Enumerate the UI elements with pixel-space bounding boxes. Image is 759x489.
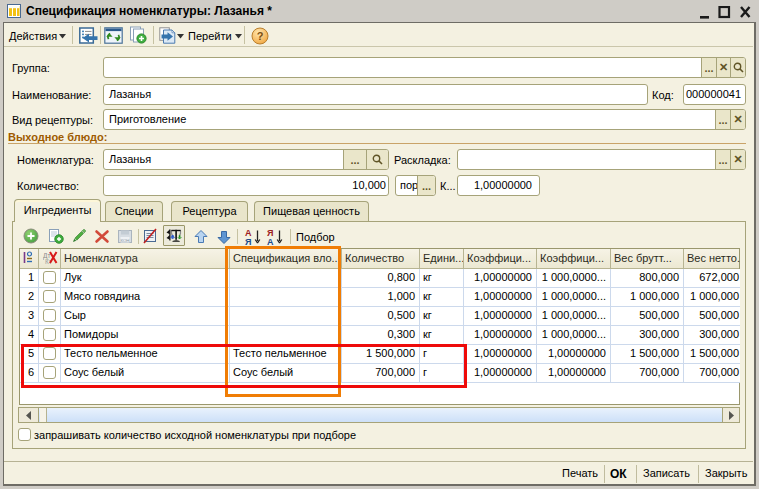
svg-text:КОН: КОН	[120, 238, 129, 243]
svg-text:Я: Я	[245, 237, 251, 246]
svg-text:А: А	[267, 237, 274, 246]
svg-text:?: ?	[257, 30, 264, 42]
